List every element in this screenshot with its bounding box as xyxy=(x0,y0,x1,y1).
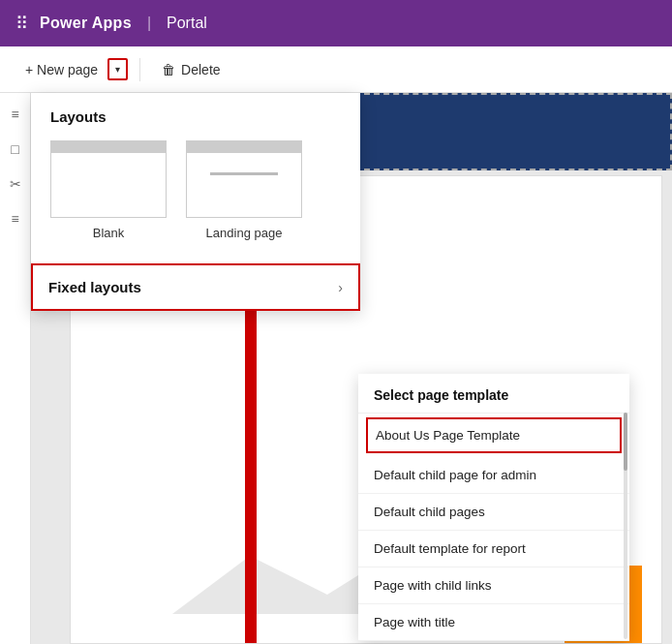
template-item-about-us[interactable]: About Us Page Template xyxy=(366,417,622,453)
top-navigation-bar: ⠿ Power Apps | Portal xyxy=(0,0,672,46)
layout-options: Blank Landing page xyxy=(50,140,341,240)
layouts-dropdown-panel: Layouts Blank Landing page xyxy=(31,93,360,311)
template-panel-title: Select page template xyxy=(358,374,629,414)
waffle-icon[interactable]: ⠿ xyxy=(15,13,28,34)
blank-thumbnail xyxy=(50,140,167,218)
toolbar-divider xyxy=(139,58,140,81)
thumb-line-landing xyxy=(210,172,279,175)
landing-label: Landing page xyxy=(206,226,283,240)
new-page-label: + New page xyxy=(25,62,98,77)
layouts-title: Layouts xyxy=(50,108,341,125)
blank-label: Blank xyxy=(93,226,125,240)
toolbar: + New page ▾ 🗑 Delete xyxy=(0,46,672,93)
fixed-layouts-section[interactable]: Fixed layouts › xyxy=(31,263,360,311)
thumb-header-landing xyxy=(187,141,301,153)
template-scrollbar-thumb xyxy=(624,413,627,471)
sidebar-icon-menu[interactable]: ≡ xyxy=(6,105,25,124)
sidebar-icon-page[interactable]: □ xyxy=(6,139,25,159)
new-page-button-group: + New page ▾ xyxy=(15,56,128,83)
new-page-button[interactable]: + New page xyxy=(15,56,107,83)
new-page-dropdown-button[interactable]: ▾ xyxy=(107,58,128,80)
delete-label: Delete xyxy=(181,62,220,77)
template-item-default-child-pages[interactable]: Default child pages xyxy=(358,494,629,531)
landing-thumbnail xyxy=(186,140,302,218)
chevron-right-icon: › xyxy=(338,280,343,295)
portal-label: Portal xyxy=(167,15,207,32)
thumb-header-blank xyxy=(51,141,166,153)
layouts-section: Layouts Blank Landing page xyxy=(31,93,360,263)
sidebar: ≡ □ ✂ ≡ xyxy=(0,93,31,644)
trash-icon: 🗑 xyxy=(162,62,175,77)
layout-option-blank[interactable]: Blank xyxy=(50,140,167,240)
red-vertical-bar xyxy=(245,292,257,643)
template-item-default-child-admin[interactable]: Default child page for admin xyxy=(358,457,629,494)
template-panel: Select page template About Us Page Templ… xyxy=(358,374,629,641)
template-item-page-child-links[interactable]: Page with child links xyxy=(358,567,629,604)
layout-option-landing[interactable]: Landing page xyxy=(186,140,302,240)
app-name: Power Apps xyxy=(40,15,132,32)
template-item-default-template-report[interactable]: Default template for report xyxy=(358,531,629,567)
template-scrollbar[interactable] xyxy=(624,413,627,639)
sidebar-icon-list[interactable]: ≡ xyxy=(6,209,25,229)
dropdown-arrow-icon: ▾ xyxy=(115,64,120,75)
fixed-layouts-label: Fixed layouts xyxy=(48,279,141,295)
main-area: ≡ □ ✂ ≡ oso Contoso Layouts xyxy=(0,93,672,644)
separator: | xyxy=(147,15,151,32)
sidebar-icon-scissors[interactable]: ✂ xyxy=(6,174,25,194)
template-item-page-title[interactable]: Page with title xyxy=(358,604,629,641)
delete-button[interactable]: 🗑 Delete xyxy=(152,56,229,83)
